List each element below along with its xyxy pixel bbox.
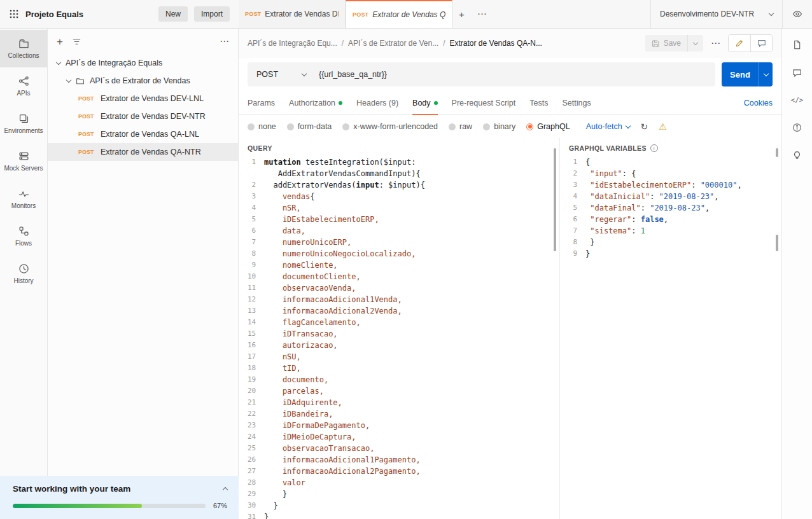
environment-quick-look-button[interactable] (782, 0, 812, 28)
body-type-raw[interactable]: raw (449, 122, 472, 131)
cookies-link[interactable]: Cookies (744, 99, 773, 107)
code-line[interactable]: 26 informacaoAdicional1Pagamento, (248, 454, 559, 466)
sidebar-item-mock-servers[interactable]: Mock Servers (0, 142, 47, 180)
collapse-banner-icon[interactable] (223, 487, 228, 492)
code-line[interactable]: 29 } (248, 488, 559, 500)
url-input[interactable]: {{url_base_qa_ntr}} (315, 70, 715, 79)
code-line[interactable]: 20 parcelas, (248, 385, 559, 397)
comments-button[interactable] (750, 35, 772, 52)
sidebar-more-options-icon[interactable]: ⋯ (220, 36, 229, 47)
code-line[interactable]: 9 nomeCliente, (248, 260, 559, 271)
warning-icon[interactable]: ⚠ (659, 121, 667, 132)
code-line[interactable]: 23 iDFormaDePagamento, (248, 420, 559, 431)
request-row-dev-ntr[interactable]: POST Extrator de Vendas DEV-NTR (48, 107, 238, 125)
edit-request-button[interactable] (729, 35, 750, 52)
add-collection-button[interactable]: + (57, 36, 63, 47)
comments-panel-button[interactable] (792, 68, 802, 78)
code-line[interactable]: 4 nSR, (248, 202, 559, 214)
code-line[interactable]: 4 "dataInicial": "2019-08-23", (569, 191, 781, 202)
code-snippet-button[interactable]: </> (791, 96, 804, 104)
code-line[interactable]: 14 flagCancelamento, (248, 317, 559, 328)
tab-body-active[interactable]: Body (412, 91, 438, 114)
code-line[interactable]: 5 iDEstabelecimentoERP, (248, 214, 559, 225)
sidebar-search-input[interactable] (90, 37, 211, 46)
code-line[interactable]: 8 } (569, 237, 781, 248)
method-selector[interactable]: POST (248, 70, 315, 79)
code-line[interactable]: 8 numeroUnicoNegocioLocalizado, (248, 248, 559, 260)
request-row-qa-lnl[interactable]: POST Extrator de Vendas QA-LNL (48, 125, 238, 143)
filter-icon[interactable] (72, 37, 81, 46)
code-line[interactable]: 25 observacaoTransacao, (248, 443, 559, 454)
collection-row[interactable]: API´s de Integração Equals (48, 54, 238, 72)
request-tab-qa-active[interactable]: POST Extrator de Vendas QA- (346, 0, 452, 28)
code-line[interactable]: 3 vendas{ (248, 191, 559, 202)
code-line[interactable]: 21 iDAdquirente, (248, 397, 559, 408)
body-type-none[interactable]: none (248, 122, 276, 131)
code-line[interactable]: 9} (569, 248, 781, 260)
tab-settings[interactable]: Settings (562, 91, 591, 114)
code-line[interactable]: 3 "idEstabelecimentoERP": "000010", (569, 179, 781, 191)
code-line[interactable]: 1mutation testeIntegration($input: (248, 156, 559, 168)
code-line[interactable]: 1{ (569, 156, 781, 168)
send-options-button[interactable] (759, 62, 773, 86)
breadcrumb-item-current[interactable]: Extrator de Vendas QA-N... (450, 39, 542, 48)
code-line[interactable]: 6 "regerar": false, (569, 214, 781, 225)
code-line[interactable]: 7 numeroUnicoERP, (248, 237, 559, 248)
request-row-qa-ntr-selected[interactable]: POST Extrator de Vendas QA-NTR (48, 143, 238, 161)
code-line[interactable]: 11 observacaoVenda, (248, 282, 559, 294)
code-line[interactable]: 2 addExtratorVendas(input: $input){ (248, 179, 559, 191)
documentation-button[interactable] (792, 40, 802, 50)
sidebar-item-collections[interactable]: Collections (0, 30, 47, 67)
code-line[interactable]: 22 iDBandeira, (248, 408, 559, 420)
code-line[interactable]: 5 "dataFinal": "2019-08-23", (569, 202, 781, 214)
body-type-binary[interactable]: binary (483, 122, 515, 131)
code-line[interactable]: 15 iDTransacao, (248, 328, 559, 340)
info-icon[interactable]: i (650, 144, 658, 152)
body-type-form-data[interactable]: form-data (287, 122, 332, 131)
breadcrumb-item[interactable]: API´s de Integração Equ... (248, 39, 337, 48)
body-type-x-www-form-urlencoded[interactable]: x-www-form-urlencoded (342, 122, 438, 131)
sidebar-item-environments[interactable]: Environments (0, 105, 47, 142)
code-line[interactable]: 7 "sistema": 1 (569, 225, 781, 237)
request-row-dev-lnl[interactable]: POST Extrator de Vendas DEV-LNL (48, 90, 238, 107)
tab-more-options-icon[interactable]: ⋯ (471, 0, 493, 28)
code-line[interactable]: 2 "input": { (569, 168, 781, 179)
auto-fetch-dropdown[interactable]: Auto-fetch (586, 122, 630, 131)
more-actions-icon[interactable]: ⋯ (710, 38, 722, 49)
tab-headers[interactable]: Headers (9) (356, 91, 398, 114)
code-line[interactable]: 28 valor (248, 477, 559, 488)
variables-scrollbar-thumb[interactable] (776, 148, 778, 157)
tab-params[interactable]: Params (248, 91, 275, 114)
folder-row[interactable]: API´s de Extrator de Vendas (48, 72, 238, 90)
sidebar-item-monitors[interactable]: Monitors (0, 180, 47, 218)
workspace-title[interactable]: Projeto Equals (25, 10, 83, 19)
code-line[interactable]: 13 informacaoAdicional2Venda, (248, 305, 559, 317)
new-button[interactable]: New (158, 6, 188, 22)
code-line[interactable]: 24 iDMeioDeCaptura, (248, 431, 559, 443)
code-line[interactable]: 30 } (248, 500, 559, 511)
refresh-schema-icon[interactable]: ↻ (641, 121, 648, 132)
variables-editor[interactable]: 1{2 "input": {3 "idEstabelecimentoERP": … (569, 156, 781, 260)
sidebar-item-history[interactable]: History (0, 255, 47, 293)
code-line[interactable]: 18 tID, (248, 363, 559, 374)
sidebar-item-apis[interactable]: APIs (0, 67, 47, 105)
tab-pre-request-script[interactable]: Pre-request Script (452, 91, 516, 114)
code-line[interactable]: 10 documentoCliente, (248, 271, 559, 282)
tab-tests[interactable]: Tests (529, 91, 548, 114)
save-button[interactable]: Save (645, 35, 687, 52)
environment-selector[interactable]: Desenvolvimento DEV-NTR (651, 0, 782, 28)
code-line[interactable]: 27 informacaoAdicional2Pagamento, (248, 466, 559, 477)
sidebar-item-flows[interactable]: Flows (0, 218, 47, 255)
body-type-graphql-selected[interactable]: GraphQL (526, 122, 570, 131)
send-button[interactable]: Send (722, 62, 759, 86)
save-options-button[interactable] (687, 35, 703, 52)
variables-scrollbar-thumb[interactable] (776, 235, 778, 251)
code-line[interactable]: AddExtratorVendasCommandInput){ (248, 168, 559, 179)
code-line[interactable]: 6 data, (248, 225, 559, 237)
code-line[interactable]: 17 nSU, (248, 351, 559, 363)
pull-requests-button[interactable] (792, 151, 802, 160)
code-line[interactable]: 16 autorizacao, (248, 340, 559, 351)
query-scrollbar-thumb[interactable] (554, 148, 556, 251)
app-menu-icon[interactable] (9, 9, 19, 19)
code-line[interactable]: 19 documento, (248, 374, 559, 385)
